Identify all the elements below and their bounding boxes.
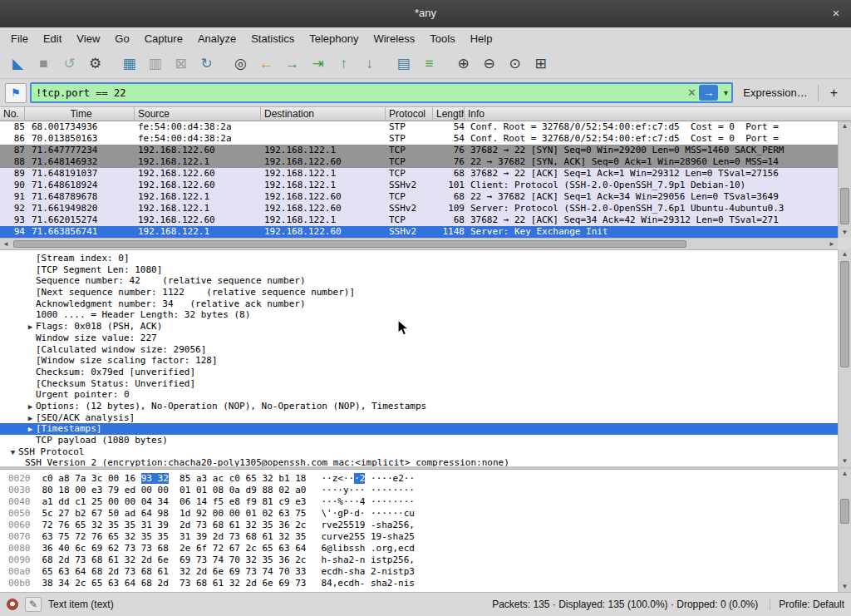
detail-line-12[interactable]: Urgent pointer: 0 [0,389,838,401]
menu-item-go[interactable]: Go [107,29,136,48]
auto-scroll-button[interactable]: ≡ [416,52,442,76]
filter-history-dropdown-icon[interactable]: ▼ [720,89,731,97]
detail-line-14[interactable]: ▶[SEQ/ACK analysis] [0,412,838,424]
hscroll-thumb[interactable] [13,240,686,248]
packet-list-scrollbar[interactable]: ▲ ▼ [838,121,851,238]
scroll-up-icon[interactable]: ▲ [839,469,851,479]
title-bar[interactable]: *any × [0,0,851,27]
detail-line-18[interactable]: SSH Version 2 (encryption:chacha20-poly1… [0,457,838,466]
hex-row-0060[interactable]: 006072 76 65 32 35 35 31 39 2d 73 68 61 … [0,520,838,531]
packet-row-94[interactable]: 9471.663856741192.168.122.1192.168.122.6… [0,226,838,238]
column-header-protocol[interactable]: Protocol [386,107,433,121]
find-packet-button[interactable]: ◎ [228,52,253,76]
detail-line-11[interactable]: [Checksum Status: Unverified] [0,378,838,390]
hex-row-0040[interactable]: 0040a1 dd c1 25 00 00 04 34 06 14 f5 e8 … [0,496,838,508]
zoom-out-button[interactable]: ⊖ [476,52,502,76]
display-filter-field[interactable]: ✕ → ▼ [30,82,733,103]
column-header-destination[interactable]: Destination [261,107,386,121]
detail-line-0[interactable]: [Stream index: 0] [0,253,838,264]
menu-item-statistics[interactable]: Statistics [243,29,302,48]
column-header-length[interactable]: Length [433,107,465,121]
display-filter-input[interactable] [32,87,684,99]
packet-row-91[interactable]: 9171.648789678192.168.122.1192.168.122.6… [0,191,838,203]
hex-scrollbar[interactable]: ▲ ▼ [838,469,851,592]
menu-item-tools[interactable]: Tools [422,29,462,48]
expand-arrow-icon[interactable]: ▶ [25,322,36,333]
hex-row-0080[interactable]: 008036 40 6c 69 62 73 73 68 2e 6f 72 67 … [0,543,838,554]
capture-comment-pencil-icon[interactable]: ✎ [25,597,42,612]
detail-line-3[interactable]: [Next sequence number: 1122 (relative se… [0,287,838,298]
column-header-info[interactable]: Info [465,107,851,121]
hex-row-0050[interactable]: 00505c 27 b2 67 50 ad 64 98 1d 92 00 00 … [0,508,838,520]
detail-line-1[interactable]: [TCP Segment Len: 1080] [0,264,838,276]
expression-button[interactable]: Expression… [736,86,814,99]
scroll-right-icon[interactable]: ► [826,239,838,250]
detail-line-5[interactable]: 1000 .... = Header Length: 32 bytes (8) [0,309,838,321]
go-back-button[interactable]: ← [253,52,279,76]
scroll-down-icon[interactable]: ▼ [839,456,851,466]
packet-row-89[interactable]: 8971.648191037192.168.122.60192.168.122.… [0,168,838,180]
open-file-button[interactable]: ▦ [116,52,142,76]
menu-item-edit[interactable]: Edit [36,29,69,48]
scroll-down-icon[interactable]: ▼ [839,228,851,238]
colorize-packets-button[interactable]: ▤ [391,52,416,76]
detail-line-7[interactable]: Window size value: 227 [0,333,838,344]
scroll-left-icon[interactable]: ◄ [0,239,12,250]
hex-row-00b0[interactable]: 00b038 34 2c 65 63 64 68 2d 73 68 61 32 … [0,578,838,589]
stop-capture-button[interactable]: ■ [31,52,57,76]
go-to-packet-button[interactable]: ⇥ [305,52,331,76]
scroll-down-icon[interactable]: ▼ [839,582,851,592]
detail-line-9[interactable]: [Window size scaling factor: 128] [0,355,838,367]
hex-scroll-thumb[interactable] [840,499,849,524]
menu-item-analyze[interactable]: Analyze [190,29,243,48]
go-forward-button[interactable]: → [279,52,305,76]
scroll-up-icon[interactable]: ▲ [839,121,851,131]
expand-arrow-icon[interactable]: ▶ [25,413,36,424]
detail-line-16[interactable]: TCP payload (1080 bytes) [0,435,838,446]
packet-row-87[interactable]: 8771.647777234192.168.122.60192.168.122.… [0,145,838,156]
packet-row-86[interactable]: 8670.013850163fe:54:00:d4:38:2aSTP54Conf… [0,133,838,145]
column-header-no[interactable]: No. [0,107,25,121]
hex-row-0090[interactable]: 009068 2d 73 68 61 32 2d 6e 69 73 74 70 … [0,554,838,566]
zoom-in-button[interactable]: ⊕ [450,52,476,76]
scroll-up-icon[interactable]: ▲ [839,249,851,259]
detail-line-4[interactable]: Acknowledgment number: 34 (relative ack … [0,298,838,310]
reload-file-button[interactable]: ↻ [194,52,219,76]
packet-list-scroll-thumb[interactable] [840,188,849,224]
detail-line-15[interactable]: ▶[Timestamps] [0,423,838,435]
detail-line-17[interactable]: ▼SSH Protocol [0,446,838,458]
detail-line-13[interactable]: ▶Options: (12 bytes), No-Operation (NOP)… [0,401,838,412]
menu-item-help[interactable]: Help [463,29,500,48]
packet-list-hscrollbar[interactable]: ◄ ► [0,238,838,249]
menu-item-telephony[interactable]: Telephony [302,29,366,48]
close-window-button[interactable]: × [828,5,844,22]
collapse-arrow-icon[interactable]: ▼ [7,447,18,458]
packet-row-93[interactable]: 9371.662015274192.168.122.60192.168.122.… [0,214,838,226]
save-file-button[interactable]: ▥ [142,52,168,76]
hex-row-0070[interactable]: 007063 75 72 76 65 32 35 35 31 39 2d 73 … [0,531,838,543]
column-header-time[interactable]: Time [25,107,135,121]
menu-item-view[interactable]: View [69,29,107,48]
hex-row-0030[interactable]: 003080 18 00 e3 79 ed 00 00 01 01 08 0a … [0,485,838,496]
hex-row-00a0[interactable]: 00a065 63 64 68 2d 73 68 61 32 2d 6e 69 … [0,566,838,578]
clear-filter-icon[interactable]: ✕ [684,86,699,99]
detail-line-2[interactable]: Sequence number: 42 (relative sequence n… [0,275,838,287]
menu-item-capture[interactable]: Capture [137,29,190,48]
hex-row-0020[interactable]: 0020c0 a8 7a 3c 00 16 93 32 85 a3 ac c0 … [0,473,838,485]
details-scrollbar[interactable]: ▲ ▼ [838,249,851,466]
detail-line-6[interactable]: ▶Flags: 0x018 (PSH, ACK) [0,321,838,333]
detail-line-8[interactable]: [Calculated window size: 29056] [0,344,838,356]
column-header-source[interactable]: Source [135,107,261,121]
details-scroll-thumb[interactable] [840,261,849,367]
filter-bookmark-button[interactable]: ⚑ [5,83,27,103]
apply-filter-button[interactable]: → [699,85,718,101]
profile-status[interactable]: Profile: Default [770,599,844,610]
packet-row-85[interactable]: 8568.001734936fe:54:00:d4:38:2aSTP54Conf… [0,121,838,133]
close-file-button[interactable]: ⊠ [168,52,194,76]
detail-line-10[interactable]: Checksum: 0x79ed [unverified] [0,367,838,378]
go-last-packet-button[interactable]: ↓ [357,52,382,76]
expand-arrow-icon[interactable]: ▶ [25,402,36,412]
resize-columns-button[interactable]: ⊞ [528,52,553,76]
expert-info-icon[interactable] [7,599,18,610]
expand-arrow-icon[interactable]: ▶ [25,424,36,435]
